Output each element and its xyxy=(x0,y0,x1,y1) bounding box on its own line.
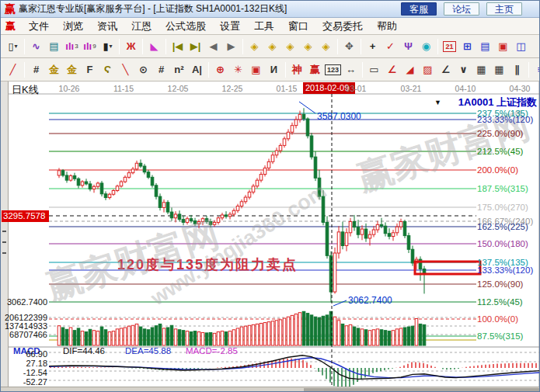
macd-hist-value: MACD=-2.85 xyxy=(186,346,238,356)
trough-price-annotation: 3062.7400 xyxy=(348,295,392,306)
strip-tick xyxy=(2,252,6,254)
scrollbar-thumb[interactable] xyxy=(304,388,539,392)
gann-level-label: 112.5%(45) xyxy=(477,297,523,307)
vee-tool-icon[interactable]: ∨ xyxy=(455,61,472,78)
kline-chart-canvas[interactable] xyxy=(1,82,540,392)
calendar-icon[interactable]: 21 xyxy=(441,38,458,55)
chevron-down-icon[interactable]: ▼ xyxy=(434,99,441,106)
list-panel-icon[interactable]: ≡ xyxy=(532,61,540,78)
bars-3-icon[interactable]: ılı3 xyxy=(64,38,80,55)
report-icon[interactable]: ▤ xyxy=(477,38,493,55)
menu-item-6[interactable]: 工具 xyxy=(247,18,281,35)
menu-bar: 赢 文件浏览资讯江恩公式选股设置工具窗口交易委托帮助 xyxy=(1,18,540,35)
pan-hand-icon[interactable]: ✥ xyxy=(341,38,357,55)
h-measure-icon[interactable]: ↔ xyxy=(343,61,359,78)
shen-tool-icon[interactable]: 神 xyxy=(289,61,305,78)
menu-item-1[interactable]: 浏览 xyxy=(56,18,90,35)
date-axis-label: 03-01 xyxy=(346,84,367,93)
zoom-fit-icon[interactable]: ◈ xyxy=(300,38,316,55)
toolbar-separator xyxy=(142,39,143,54)
toolbar-separator xyxy=(119,39,120,54)
color-analysis-icon[interactable]: ◣ xyxy=(146,38,162,55)
grid-tool-icon[interactable]: ▦ xyxy=(473,61,489,78)
crosshair-icon[interactable]: + xyxy=(364,38,381,55)
ying-tool-icon[interactable]: 赢 xyxy=(307,61,323,78)
menu-item-4[interactable]: 公式选股 xyxy=(159,18,213,35)
trend-mark-icon[interactable]: ✓ xyxy=(382,38,399,55)
macd-dea-value: DEA=45.88 xyxy=(125,346,171,356)
strategy-icon[interactable]: Ψ xyxy=(400,38,416,55)
gann-figure-icon[interactable]: Ж xyxy=(123,38,139,55)
toolbar-separator xyxy=(242,39,243,54)
multi-window-icon[interactable]: ◫ xyxy=(513,38,529,55)
brush-icon[interactable]: ╲ xyxy=(117,61,134,78)
menu-item-9[interactable]: 帮助 xyxy=(370,18,404,35)
width-mark-icon[interactable]: И xyxy=(266,61,282,78)
fan-box-icon[interactable]: ◢ xyxy=(402,61,418,78)
zoom-horizontal-icon[interactable]: ◈ xyxy=(282,38,298,55)
grid-scale-icon[interactable]: # xyxy=(153,61,169,78)
memo-icon[interactable]: ▤ xyxy=(46,38,62,55)
bars-9-icon[interactable]: ılı9 xyxy=(82,38,98,55)
menu-item-2[interactable]: 资讯 xyxy=(90,18,124,35)
gann-level-label: 150.0%(180) xyxy=(477,239,528,248)
gann-level-label: 187.5%(315) xyxy=(477,184,528,193)
next-bar-icon[interactable]: ▶ xyxy=(223,38,239,55)
date-axis-label: 12-05 xyxy=(168,84,189,93)
target-circle-icon[interactable]: ⊕ xyxy=(212,61,228,78)
gold-ratio-icon[interactable]: 金 xyxy=(46,61,62,78)
menu-item-0[interactable]: 文件 xyxy=(22,18,56,35)
macd-dif-value: DIF=44.46 xyxy=(63,346,105,356)
rect-tool-icon[interactable]: ▭ xyxy=(366,61,382,78)
toolbar-separator xyxy=(208,62,209,78)
menu-item-8[interactable]: 交易委托 xyxy=(315,18,370,35)
fibo-f-icon[interactable]: F xyxy=(82,61,98,78)
chart-area[interactable]: 日K线 ▼ 1A0001 上证指数 2018-02-09 3295.7578 3… xyxy=(1,82,540,392)
date-axis-label: 11-15 xyxy=(113,84,134,93)
service-button[interactable]: 客服 xyxy=(401,2,437,16)
zoom-right-icon[interactable]: ◈ xyxy=(264,38,280,55)
menu-item-5[interactable]: 设置 xyxy=(213,18,247,35)
pen-icon[interactable]: ╱ xyxy=(5,61,21,78)
star-rays-icon[interactable]: ✳ xyxy=(230,61,246,78)
date-axis-label: 04-30 xyxy=(510,84,531,93)
angle-tool-icon[interactable]: ∠ xyxy=(437,61,454,78)
parallel-icon[interactable]: ∥ xyxy=(509,61,525,78)
menu-item-7[interactable]: 窗口 xyxy=(281,18,315,35)
n-square-icon[interactable]: n² xyxy=(171,61,187,78)
fan-lines-icon[interactable]: ∠ xyxy=(384,61,400,78)
horizontal-scrollbar[interactable] xyxy=(1,387,540,392)
ai-cloud-icon[interactable]: ◉ xyxy=(418,38,434,55)
date-axis-label: 12-25 xyxy=(222,84,243,93)
toolbar-separator xyxy=(361,39,361,54)
square-rays-icon[interactable]: ▣ xyxy=(248,61,264,78)
save-icon[interactable]: ▣ xyxy=(495,38,511,55)
gann-level-label: 162.5%(225) xyxy=(477,222,528,231)
home-button[interactable]: 主页 xyxy=(486,2,522,16)
grid-arrow-icon[interactable]: ▦ xyxy=(491,61,507,78)
calculator-icon[interactable]: ⊞ xyxy=(459,38,476,55)
ruler-123-icon[interactable]: 123 xyxy=(325,61,341,78)
kline-style-icon[interactable]: ▯▾ xyxy=(5,38,21,55)
left-side-strip[interactable] xyxy=(1,82,9,392)
text-line-icon[interactable]: A| xyxy=(189,61,205,78)
gann-level-label: 200.0%(0) xyxy=(477,165,518,175)
zoom-vertical-icon[interactable]: ◈ xyxy=(318,38,334,55)
zoom-left-icon[interactable]: ◈ xyxy=(246,38,263,55)
spiral-icon[interactable]: Ϛ xyxy=(99,61,116,78)
forum-button[interactable]: 论坛 xyxy=(444,2,479,16)
first-bar-icon[interactable]: |◀ xyxy=(169,38,186,55)
gann-level-label: 175.0%(270) xyxy=(477,203,528,212)
gann-grid-icon[interactable]: # xyxy=(28,61,44,78)
last-bar-icon[interactable]: ▶| xyxy=(187,38,204,55)
gold-section-icon[interactable]: 金 xyxy=(64,61,80,78)
prev-bar-icon[interactable]: ◀ xyxy=(205,38,221,55)
window-title: 赢家江恩专业版[赢家服务平台] - [上证指数 SH1A0001-132日K线] xyxy=(19,2,287,16)
formula-wave-icon[interactable]: ∿ xyxy=(28,38,44,55)
time-cycle-icon[interactable]: ⊙ xyxy=(135,61,152,78)
menu-item-3[interactable]: 江恩 xyxy=(124,18,159,35)
candle-type-icon[interactable]: ▮▾ xyxy=(99,38,116,55)
ray-box-icon[interactable]: ▨ xyxy=(420,61,436,78)
toolbar-separator xyxy=(285,62,286,78)
symbol-label[interactable]: 1A0001 上证指数 xyxy=(458,95,537,109)
